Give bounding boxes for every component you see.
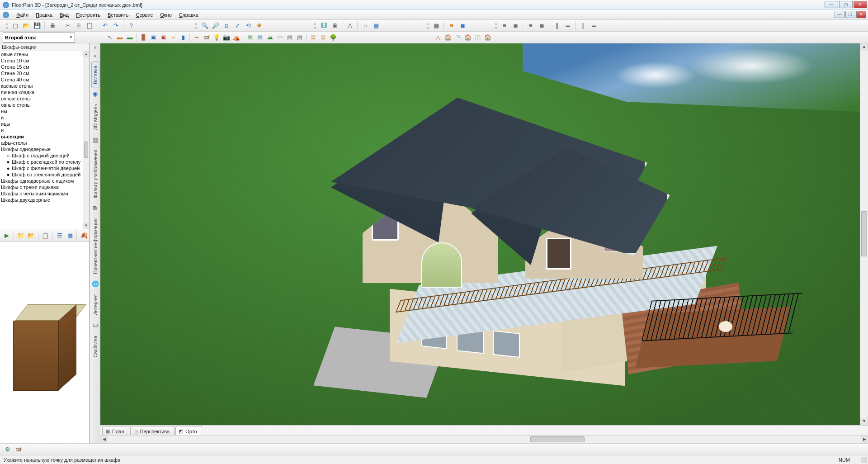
dist-v-icon[interactable]: ═ bbox=[563, 21, 573, 31]
column-icon[interactable]: ▮ bbox=[178, 33, 188, 43]
toolbar-grip[interactable] bbox=[426, 22, 429, 30]
view-ortho-icon[interactable]: ◫ bbox=[473, 33, 483, 43]
list-item[interactable]: Стена 40 см bbox=[0, 76, 83, 83]
tree-icon[interactable]: 🌳 bbox=[328, 33, 338, 43]
3d-viewport[interactable]: ▲ ▼ bbox=[100, 43, 868, 425]
view-fly-icon[interactable]: 🏠 bbox=[463, 33, 473, 43]
list-item[interactable]: овые стены bbox=[0, 51, 83, 57]
scroll-thumb[interactable] bbox=[861, 211, 867, 256]
wall-icon[interactable]: ▬ bbox=[115, 33, 125, 43]
list-item[interactable]: касные стены bbox=[0, 83, 83, 89]
tab-perspective[interactable]: ◳ Перспектива bbox=[130, 426, 175, 435]
view-walk-icon[interactable]: ◳ bbox=[453, 33, 463, 43]
slab2-icon[interactable]: ▤ bbox=[295, 33, 305, 43]
grid-icon[interactable]: ▦ bbox=[431, 21, 441, 31]
save-icon[interactable]: 💾 bbox=[32, 21, 42, 31]
dist4-icon[interactable]: ═ bbox=[589, 21, 599, 31]
fence2-icon[interactable]: 𝌆 bbox=[318, 33, 328, 43]
list-item[interactable]: онные стены bbox=[0, 95, 83, 102]
render-icon[interactable]: 🎞 bbox=[319, 21, 329, 31]
fence-icon[interactable]: 𝌆 bbox=[308, 33, 318, 43]
scroll-up-icon[interactable]: ▲ bbox=[860, 43, 868, 51]
list-item[interactable]: ицы bbox=[0, 121, 83, 127]
door-icon[interactable]: 🚪 bbox=[138, 33, 148, 43]
resize-grip-icon[interactable] bbox=[861, 457, 867, 463]
copy-icon[interactable]: ⎘ bbox=[74, 21, 84, 31]
vtab-internet[interactable]: Интернет bbox=[91, 290, 99, 320]
zoom-out-icon[interactable]: 🔎 bbox=[211, 21, 221, 31]
menu-service[interactable]: Сервис bbox=[132, 11, 157, 19]
catalog-scrollbar[interactable]: ▲ ▼ bbox=[83, 51, 89, 229]
light-icon[interactable]: 💡 bbox=[212, 33, 222, 43]
zoom-prev-icon[interactable]: ⟲ bbox=[243, 21, 253, 31]
doc-close-button[interactable]: ✕ bbox=[856, 11, 866, 18]
minimize-button[interactable]: — bbox=[825, 1, 838, 8]
panel-close-icon[interactable]: × bbox=[92, 45, 99, 52]
furniture-icon[interactable]: 🛋 bbox=[202, 33, 212, 43]
scroll-left-icon[interactable]: ◀ bbox=[100, 436, 108, 443]
slab-icon[interactable]: ▤ bbox=[285, 33, 295, 43]
dimension-icon[interactable]: ↔ bbox=[360, 21, 370, 31]
close-button[interactable]: ✕ bbox=[854, 1, 867, 8]
beam-icon[interactable]: ━ bbox=[192, 33, 202, 43]
list-item[interactable]: пичная кладка bbox=[0, 89, 83, 95]
snap2-icon[interactable]: ≣ bbox=[458, 21, 467, 31]
view-3d-icon[interactable]: 🏠 bbox=[443, 33, 453, 43]
view-elev-icon[interactable]: 🏠 bbox=[483, 33, 493, 43]
list-item[interactable]: ●Шкаф с филенчатой дверцей bbox=[0, 165, 83, 171]
dist-h-icon[interactable]: ‖ bbox=[552, 21, 562, 31]
menu-edit[interactable]: Правка bbox=[32, 11, 56, 19]
path-icon[interactable]: 〰 bbox=[275, 33, 285, 43]
menu-help[interactable]: Справка bbox=[175, 11, 202, 19]
toolbar-grip[interactable] bbox=[314, 22, 316, 30]
pointer-icon[interactable]: ↖ bbox=[105, 33, 115, 43]
vtab-3dmodel[interactable]: 3D-Модель bbox=[91, 100, 99, 134]
list-item[interactable]: овные стены bbox=[0, 102, 83, 108]
list-item[interactable]: Шкафы с четырьмя ящиками bbox=[0, 190, 83, 197]
scroll-down-icon[interactable]: ▼ bbox=[860, 418, 868, 425]
bt-tool1-icon[interactable]: ⚙ bbox=[3, 445, 13, 455]
tab-plan[interactable]: ▦ План bbox=[102, 426, 129, 435]
list-item[interactable]: и bbox=[0, 127, 83, 133]
roof-icon[interactable]: ⛺ bbox=[231, 33, 241, 43]
grid-view-icon[interactable]: ▦ bbox=[65, 231, 75, 241]
folder-open-icon[interactable]: 📂 bbox=[26, 231, 36, 241]
window-icon[interactable]: ▣ bbox=[148, 33, 158, 43]
list-item[interactable]: Стена 15 см bbox=[0, 64, 83, 70]
help-icon[interactable]: ? bbox=[126, 21, 136, 31]
list-item[interactable]: Стена 10 см bbox=[0, 57, 83, 64]
new-icon[interactable]: ▢ bbox=[10, 21, 20, 31]
list-item[interactable]: ●Шкаф со стеклянной дверцей bbox=[0, 171, 83, 178]
scroll-up-icon[interactable]: ▲ bbox=[83, 51, 89, 57]
scroll-thumb[interactable] bbox=[530, 436, 585, 442]
doc-minimize-button[interactable]: — bbox=[835, 11, 844, 18]
list-item[interactable]: афы-столы bbox=[0, 140, 83, 146]
scroll-right-icon[interactable]: ▶ bbox=[861, 436, 868, 443]
tab-ortho[interactable]: ◩ Орто bbox=[175, 426, 202, 435]
align-top-icon[interactable]: ≡ bbox=[526, 21, 536, 31]
menu-window[interactable]: Окно bbox=[156, 11, 175, 19]
doc-restore-button[interactable]: ❐ bbox=[845, 11, 855, 18]
menu-insert[interactable]: Вставить bbox=[104, 11, 132, 19]
align-center-icon[interactable]: ≣ bbox=[510, 21, 520, 31]
folder-new-icon[interactable]: 📁 bbox=[16, 231, 26, 241]
vtab-insert[interactable]: Вставка bbox=[91, 62, 99, 88]
snap1-icon[interactable]: ≡ bbox=[447, 21, 457, 31]
menu-file[interactable]: Файл bbox=[13, 11, 32, 19]
list-item[interactable]: Шкафы с тремя ящиками bbox=[0, 184, 83, 190]
list-item[interactable]: Шкафы однодверные с ящиком bbox=[0, 178, 83, 184]
list-item[interactable]: и bbox=[0, 114, 83, 121]
list-item[interactable]: Стена 20 см bbox=[0, 70, 83, 76]
zoom-extents-icon[interactable]: ⤢ bbox=[232, 21, 242, 31]
zoom-in-icon[interactable]: 🔍 bbox=[200, 21, 210, 31]
floor-selector[interactable]: Второй этаж bbox=[3, 33, 75, 43]
cut-icon[interactable]: ✂ bbox=[63, 21, 73, 31]
print-icon[interactable]: 🖶 bbox=[47, 21, 57, 31]
list-item[interactable]: ы-секции bbox=[0, 133, 83, 140]
dist3-icon[interactable]: ‖ bbox=[578, 21, 588, 31]
menu-view[interactable]: Вид bbox=[56, 11, 72, 19]
list-item[interactable]: ●Шкаф с раскладкой по стеклу bbox=[0, 159, 83, 165]
bt-tool2-icon[interactable]: 🛋 bbox=[14, 445, 24, 455]
list-item[interactable]: Шкафы двухдверные bbox=[0, 197, 83, 203]
align-mid-icon[interactable]: ≣ bbox=[537, 21, 547, 31]
